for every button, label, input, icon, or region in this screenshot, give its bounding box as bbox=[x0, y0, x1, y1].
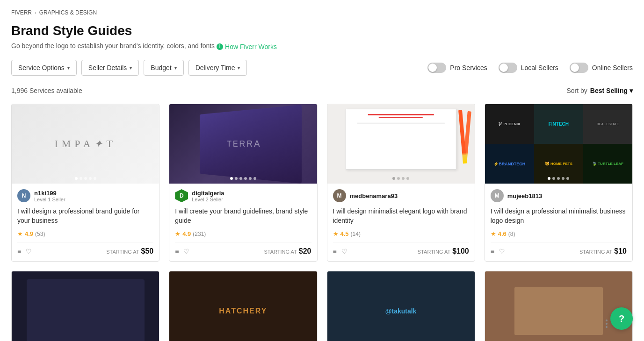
page-subtitle: Go beyond the logo to establish your bra… bbox=[11, 42, 633, 50]
card-body-1: D digitalgeria Level 2 Seller I will cre… bbox=[169, 184, 317, 261]
dot bbox=[397, 177, 400, 180]
heart-icon[interactable]: ♡ bbox=[26, 248, 32, 255]
listing-card-5[interactable]: HATCHERY bbox=[169, 271, 317, 341]
breadcrumb-sep-1: › bbox=[35, 10, 36, 15]
online-sellers-toggle[interactable] bbox=[570, 63, 588, 73]
avatar-2: M bbox=[333, 189, 346, 202]
dot bbox=[249, 177, 252, 180]
dot bbox=[235, 177, 238, 180]
chevron-down-icon: ▾ bbox=[174, 65, 177, 71]
seller-info-0: N n1ki199 Level 1 Seller bbox=[17, 189, 153, 202]
dot bbox=[89, 177, 92, 180]
starting-at-label: STARTING AT bbox=[106, 249, 139, 255]
seller-meta-2: medbenamara93 bbox=[350, 192, 398, 199]
list-icon[interactable]: ≡ bbox=[333, 248, 337, 255]
price-1: $20 bbox=[299, 247, 311, 256]
card-actions-2: ≡ ♡ bbox=[333, 248, 347, 255]
listing-card-6[interactable]: @takutalk bbox=[327, 271, 475, 341]
brown-mockup bbox=[514, 287, 603, 335]
card-dots bbox=[230, 177, 256, 180]
how-fiverr-works-link[interactable]: i How Fiverr Works bbox=[217, 43, 277, 50]
dot bbox=[84, 177, 87, 180]
hatchery-text: HATCHERY bbox=[219, 307, 267, 315]
dot bbox=[552, 177, 555, 180]
heart-icon[interactable]: ♡ bbox=[183, 248, 189, 255]
pro-services-toggle-item: Pro Services bbox=[427, 63, 487, 73]
dot bbox=[606, 320, 608, 321]
seller-details-button[interactable]: Seller Details ▾ bbox=[81, 60, 139, 76]
listing-card-1[interactable]: TERRA D digitalgeria Level 2 Seller bbox=[169, 104, 317, 262]
price-info-1: STARTING AT $20 bbox=[264, 247, 311, 256]
cards-grid: IMPA✦T N n1ki199 Level 1 Seller bbox=[11, 104, 633, 262]
dot bbox=[402, 177, 405, 180]
listing-card-7[interactable] bbox=[485, 271, 633, 341]
listing-card-0[interactable]: IMPA✦T N n1ki199 Level 1 Seller bbox=[11, 104, 159, 262]
logo-cell-turtle: 🍃 TURTLE LEAF bbox=[583, 144, 632, 184]
page-title: Brand Style Guides bbox=[11, 23, 633, 38]
list-icon[interactable]: ≡ bbox=[491, 248, 494, 255]
breadcrumb-graphics[interactable]: GRAPHICS & DESIGN bbox=[39, 9, 97, 16]
list-icon[interactable]: ≡ bbox=[17, 248, 21, 255]
star-icon: ★ bbox=[333, 230, 339, 237]
dot bbox=[94, 177, 96, 180]
local-sellers-toggle[interactable] bbox=[499, 63, 517, 73]
sort-label: Sort by bbox=[567, 87, 587, 94]
budget-button[interactable]: Budget ▾ bbox=[144, 60, 183, 76]
rating-count-2: (14) bbox=[351, 231, 361, 237]
listing-card-4[interactable] bbox=[11, 271, 159, 341]
star-icon: ★ bbox=[491, 230, 496, 237]
starting-at-label: STARTING AT bbox=[418, 249, 450, 255]
seller-name-3: mujeeb1813 bbox=[507, 192, 542, 199]
listing-card-3[interactable]: 🕊 PHOENIX FINTECH REAL ESTATE ⚡BRANDTECH… bbox=[485, 104, 633, 262]
dot bbox=[239, 177, 242, 180]
dot bbox=[548, 177, 550, 180]
avatar-1: D bbox=[175, 189, 188, 202]
breadcrumb-fiverr[interactable]: FIVERR bbox=[11, 9, 32, 16]
card-title-2: I will design minimalist elegant logo wi… bbox=[333, 207, 469, 226]
heart-icon[interactable]: ♡ bbox=[341, 248, 347, 255]
list-icon[interactable]: ≡ bbox=[175, 248, 179, 255]
dot bbox=[75, 177, 78, 180]
seller-meta-1: digitalgeria Level 2 Seller bbox=[192, 190, 224, 202]
dot bbox=[566, 177, 569, 180]
card-title-3: I will design a professional minimalist … bbox=[491, 207, 627, 226]
chevron-down-icon: ▾ bbox=[67, 65, 70, 71]
online-sellers-label: Online Sellers bbox=[592, 64, 633, 71]
book-visual: TERRA bbox=[200, 105, 302, 184]
logo-cell-brandtech: ⚡BRANDTECH bbox=[485, 144, 534, 184]
listing-card-2[interactable]: M medbenamara93 I will design minimalist… bbox=[327, 104, 475, 262]
logo-cell-phoenix: 🕊 PHOENIX bbox=[485, 104, 534, 144]
card-actions-3: ≡ ♡ bbox=[491, 248, 505, 255]
rating-score-1: 4.9 bbox=[182, 230, 191, 237]
breadcrumb: FIVERR › GRAPHICS & DESIGN bbox=[11, 9, 633, 16]
pro-services-toggle[interactable] bbox=[427, 63, 446, 73]
card-footer-1: ≡ ♡ STARTING AT $20 bbox=[175, 242, 311, 256]
card-rating-3: ★ 4.6 (8) bbox=[491, 230, 627, 237]
toggle-knob bbox=[499, 64, 508, 72]
service-options-button[interactable]: Service Options ▾ bbox=[11, 60, 77, 76]
card-footer-3: ≡ ♡ STARTING AT $10 bbox=[491, 242, 627, 256]
results-bar: 1,996 Services available Sort by Best Se… bbox=[11, 87, 633, 94]
sort-value-button[interactable]: Best Selling ▾ bbox=[590, 87, 633, 94]
seller-level-1: Level 2 Seller bbox=[192, 197, 224, 202]
logo-cell-fintech: FINTECH bbox=[534, 104, 583, 144]
card-body-3: M mujeeb1813 I will design a professiona… bbox=[485, 184, 632, 261]
rating-count-1: (231) bbox=[193, 231, 206, 237]
seller-info-1: D digitalgeria Level 2 Seller bbox=[175, 189, 311, 202]
sort-by: Sort by Best Selling ▾ bbox=[567, 87, 633, 94]
price-info-0: STARTING AT $50 bbox=[106, 247, 153, 256]
help-button[interactable]: ? bbox=[610, 307, 633, 330]
help-dots[interactable] bbox=[606, 320, 608, 328]
heart-icon[interactable]: ♡ bbox=[499, 248, 505, 255]
local-sellers-toggle-item: Local Sellers bbox=[499, 63, 558, 73]
results-count: 1,996 Services available bbox=[11, 87, 82, 94]
card-image-0: IMPA✦T bbox=[12, 104, 159, 184]
delivery-time-button[interactable]: Delivery Time ▾ bbox=[188, 60, 247, 76]
seller-meta-3: mujeeb1813 bbox=[507, 192, 542, 199]
filters-row: Service Options ▾ Seller Details ▾ Budge… bbox=[11, 60, 633, 76]
logo-cell-realestate: REAL ESTATE bbox=[583, 104, 632, 144]
rating-count-0: (53) bbox=[35, 231, 45, 237]
card-image-3: 🕊 PHOENIX FINTECH REAL ESTATE ⚡BRANDTECH… bbox=[485, 104, 632, 184]
seller-info-3: M mujeeb1813 bbox=[491, 189, 627, 202]
card-footer-2: ≡ ♡ STARTING AT $100 bbox=[333, 242, 469, 256]
